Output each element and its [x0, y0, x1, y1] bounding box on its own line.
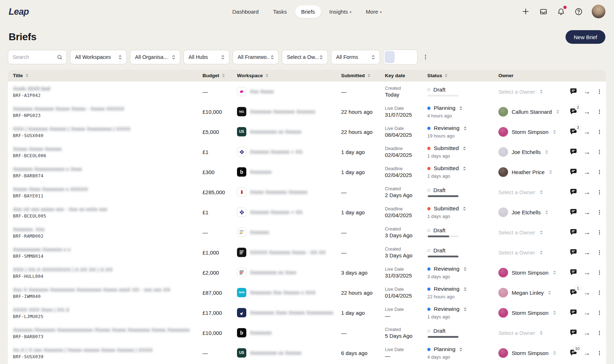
row-menu-button[interactable] [596, 209, 603, 215]
status-select[interactable]: Reviewing [427, 286, 498, 292]
owner-select[interactable]: Select a Owner [498, 249, 565, 256]
notifications-button[interactable] [557, 7, 565, 16]
open-brief-arrow[interactable]: → [583, 350, 590, 356]
create-plus-button[interactable] [521, 7, 530, 16]
help-button[interactable] [574, 7, 583, 16]
open-brief-arrow[interactable]: → [583, 129, 590, 135]
column-header-owner[interactable]: Owner [498, 73, 565, 78]
owner-select[interactable]: Joe Etchells [498, 147, 565, 157]
table-row[interactable]: XXXX XXX Xxxx | XX.X BRF-LJMU025 £17,000… [8, 303, 606, 323]
status-tab-draft[interactable] [395, 51, 405, 63]
open-brief-arrow[interactable]: → [583, 229, 590, 236]
status-select[interactable]: Reviewing [427, 306, 498, 312]
comments-button[interactable]: 2 [569, 107, 577, 116]
nav-item-dashboard[interactable]: Dashboard [226, 5, 265, 18]
status-tab-submitted[interactable] [406, 51, 416, 63]
comments-button[interactable] [569, 268, 577, 277]
open-brief-arrow[interactable]: → [583, 269, 590, 276]
filter-dropdown[interactable]: Select a Ow... [282, 50, 328, 64]
table-row[interactable]: XXX | XX.X XXXXXXXX | X.XX XX | X.XX BRF… [8, 262, 606, 283]
open-brief-arrow[interactable]: → [583, 209, 590, 216]
nav-item-briefs[interactable]: Briefs [295, 5, 321, 18]
comments-button[interactable]: 10 [569, 349, 577, 358]
table-row[interactable]: Xxxxx Xxxx Xxxxxxxx x XXXXX BRF-BAYE011 … [8, 182, 606, 202]
row-menu-button[interactable] [596, 169, 603, 175]
table-row[interactable]: XXX | Xxxxxxx Xxxxxx | Xxxxx Xxxxxxxxx |… [8, 122, 606, 142]
row-menu-button[interactable] [596, 350, 603, 356]
open-brief-arrow[interactable]: → [583, 189, 590, 196]
status-select[interactable]: Draft [427, 227, 498, 234]
search-box[interactable] [8, 50, 67, 64]
owner-select[interactable]: Select a Owner [498, 330, 565, 336]
status-select[interactable]: Reviewing [427, 266, 498, 272]
status-select[interactable]: Submitted [427, 205, 498, 212]
filter-more-button[interactable] [422, 54, 429, 60]
comments-button[interactable] [569, 248, 577, 257]
status-select[interactable]: Submitted [427, 145, 498, 151]
row-menu-button[interactable] [596, 189, 603, 195]
column-header-status[interactable]: Status [427, 73, 498, 78]
table-row[interactable]: Xxxxxxxxxx Xxxxxxx x x BRF-SMMB014 £1,00… [8, 242, 606, 262]
table-row[interactable]: Xxxxxxx. Xxx BRF-RAMB002 — Xxxxxxx — Cre… [8, 222, 606, 242]
filter-dropdown[interactable]: All Organisa... [130, 50, 180, 64]
comments-button[interactable] [569, 188, 577, 197]
new-brief-button[interactable]: New Brief [566, 30, 605, 44]
status-select[interactable]: Draft [427, 247, 498, 254]
comments-button[interactable] [569, 148, 577, 157]
table-row[interactable]: Xxx xX xxx xxxxx xxx - Xxx xx xxXx xxx B… [8, 202, 606, 222]
table-row[interactable]: Xx.X | X xxx Xxxxxxx | Xxxxx xxxxxx Xxxx… [8, 343, 606, 363]
status-select[interactable]: Draft [427, 328, 498, 334]
owner-select[interactable]: Select a Owner [498, 229, 565, 235]
status-select[interactable]: Draft [427, 87, 498, 93]
owner-select[interactable]: Storm Simpson [498, 127, 565, 137]
table-row[interactable]: Xxxxxxx Xxxxxxx Xxxxx Xxxxx - Xxxxx XXXX… [8, 102, 606, 122]
comments-button[interactable] [569, 168, 577, 177]
nav-item-insights[interactable]: Insights▾ [323, 5, 358, 18]
owner-select[interactable]: Callum Stannard [498, 107, 565, 117]
filter-dropdown[interactable]: All Hubs [183, 50, 229, 64]
filter-dropdown[interactable]: All Framewo... [233, 50, 279, 64]
row-menu-button[interactable] [596, 109, 603, 115]
table-row[interactable]: Xxxls 20X5 bxd BRF-AIP042 — Xxx Xxxxx — … [8, 81, 606, 102]
row-menu-button[interactable] [596, 330, 603, 336]
comments-button[interactable] [569, 208, 577, 217]
open-brief-arrow[interactable]: → [583, 309, 590, 316]
open-brief-arrow[interactable]: → [583, 149, 590, 155]
open-brief-arrow[interactable]: → [583, 289, 590, 296]
owner-select[interactable]: Select a Owner [498, 189, 565, 195]
nav-item-tasks[interactable]: Tasks [267, 5, 293, 18]
row-menu-button[interactable] [596, 310, 603, 316]
open-brief-arrow[interactable]: → [583, 169, 590, 176]
column-header-key-date[interactable]: Key date [385, 73, 427, 78]
row-menu-button[interactable] [596, 229, 603, 235]
comments-button[interactable]: 1 [569, 288, 577, 297]
row-menu-button[interactable] [596, 270, 603, 276]
comments-button[interactable] [569, 87, 577, 96]
table-row[interactable]: Xxxxx Xxxxx Xxxxxx BRF-BCEOL006 £1 Xxxxx… [8, 142, 606, 162]
column-header-budget[interactable]: Budget [203, 73, 237, 78]
status-select[interactable]: Reviewing [427, 125, 498, 131]
filter-dropdown[interactable]: All Workspaces [70, 50, 127, 64]
owner-select[interactable]: Heather Price [498, 167, 565, 177]
inbox-button[interactable] [539, 7, 548, 16]
owner-select[interactable]: Select a Owner [498, 89, 565, 95]
row-menu-button[interactable] [596, 149, 603, 155]
status-select[interactable]: Draft [427, 187, 498, 193]
owner-select[interactable]: Megan Linley [498, 288, 565, 298]
row-menu-button[interactable] [596, 290, 603, 296]
open-brief-arrow[interactable]: → [583, 108, 590, 115]
row-menu-button[interactable] [596, 89, 603, 95]
row-menu-button[interactable] [596, 249, 603, 256]
nav-item-more[interactable]: More▾ [360, 5, 388, 18]
comments-button[interactable] [569, 228, 577, 237]
comments-button[interactable]: 3 [569, 127, 577, 136]
open-brief-arrow[interactable]: → [583, 330, 590, 336]
owner-select[interactable]: Storm Simpson [498, 268, 565, 277]
status-select[interactable]: Submitted [427, 165, 498, 172]
table-row[interactable]: Xxxxxxx Xxxxxxxxxxx x Xxxx BRF-BARB074 £… [8, 162, 606, 182]
status-tab-all-statuses[interactable] [385, 51, 395, 63]
owner-select[interactable]: Storm Simpson [498, 348, 565, 358]
comments-button[interactable] [569, 328, 577, 337]
open-brief-arrow[interactable]: → [583, 249, 590, 256]
status-select[interactable]: Planning [427, 346, 498, 353]
